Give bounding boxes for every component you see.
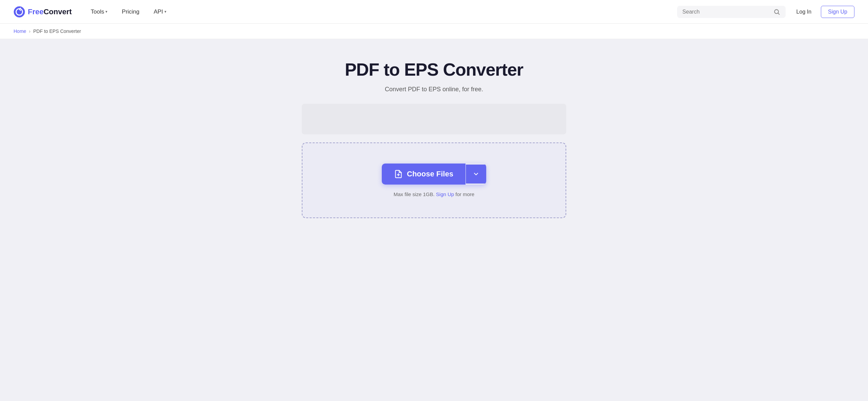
auth-area: Log In Sign Up	[792, 6, 854, 18]
center-content: PDF to EPS Converter Convert PDF to EPS …	[244, 59, 624, 218]
tools-nav-item[interactable]: Tools ▾	[85, 6, 113, 18]
choose-files-label: Choose Files	[407, 170, 453, 178]
max-size-text: Max file size 1GB. Sign Up for more	[394, 191, 474, 197]
search-icon	[773, 8, 780, 15]
logo-link[interactable]: FreeConvert	[14, 6, 72, 18]
signup-button[interactable]: Sign Up	[821, 6, 854, 18]
page-subtitle: Convert PDF to EPS online, for free.	[385, 86, 483, 93]
drop-zone[interactable]: Choose Files Max file size 1GB. Sign Up …	[302, 142, 566, 218]
content-wrapper: PDF to EPS Converter Convert PDF to EPS …	[170, 59, 698, 218]
svg-point-0	[14, 6, 25, 17]
pricing-nav-item[interactable]: Pricing	[116, 6, 145, 18]
svg-line-2	[778, 13, 779, 14]
breadcrumb-current: PDF to EPS Converter	[33, 28, 81, 34]
login-button[interactable]: Log In	[792, 6, 815, 18]
choose-files-row: Choose Files	[382, 164, 486, 185]
breadcrumb: Home › PDF to EPS Converter	[0, 24, 868, 39]
ad-banner	[302, 104, 566, 134]
navbar: FreeConvert Tools ▾ Pricing API ▾ Log In…	[0, 0, 868, 24]
choose-files-dropdown-button[interactable]	[466, 165, 486, 184]
page-title: PDF to EPS Converter	[345, 59, 523, 80]
search-input[interactable]	[683, 9, 770, 15]
sidebar-left	[170, 59, 244, 218]
logo-text: FreeConvert	[28, 7, 72, 16]
breadcrumb-home-link[interactable]: Home	[14, 28, 26, 34]
tools-chevron-icon: ▾	[105, 9, 107, 14]
api-nav-item[interactable]: API ▾	[148, 6, 172, 18]
search-area	[677, 6, 786, 18]
nav-links: Tools ▾ Pricing API ▾	[85, 6, 677, 18]
choose-files-button[interactable]: Choose Files	[382, 164, 466, 185]
breadcrumb-separator: ›	[29, 28, 31, 34]
logo-icon	[14, 6, 25, 18]
file-icon	[394, 170, 403, 178]
api-chevron-icon: ▾	[164, 9, 166, 14]
main-content: PDF to EPS Converter Convert PDF to EPS …	[0, 39, 868, 401]
signup-link[interactable]: Sign Up	[436, 191, 454, 197]
sidebar-right	[624, 59, 698, 218]
dropdown-chevron-icon	[473, 171, 479, 177]
